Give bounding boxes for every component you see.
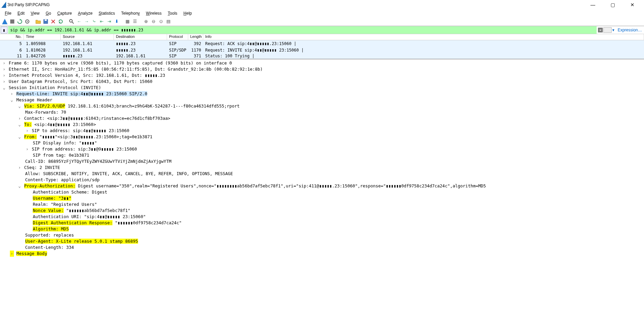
tree-item[interactable]: Content-Length: 334 bbox=[0, 244, 644, 251]
tree-item[interactable]: › SIP to address: sip:4▮▮@▮▮▮▮▮ 23:15060 bbox=[0, 128, 644, 134]
expand-icon[interactable]: › bbox=[25, 128, 29, 134]
tree-item[interactable]: Authentication URI: "sip:4▮▮@▮▮▮▮▮ 23:15… bbox=[0, 214, 644, 220]
tree-item[interactable]: Authentication Scheme: Digest bbox=[0, 189, 644, 195]
tree-item[interactable]: Content-Type: application/sdp bbox=[0, 177, 644, 183]
save-file-icon[interactable] bbox=[42, 18, 49, 25]
col-info[interactable]: Info bbox=[203, 34, 644, 40]
tree-item[interactable]: › Message Body bbox=[0, 251, 644, 257]
packet-row[interactable]: 5 1.805988 192.168.1.61 ▮▮▮▮▮.23 SIP 392… bbox=[0, 40, 644, 47]
colorize-icon[interactable]: ▦ bbox=[124, 18, 131, 25]
packet-row[interactable]: 6 1.810628 192.168.1.61 ▮▮▮▮▮.23 SIP/SDP… bbox=[0, 47, 644, 53]
tree-item[interactable]: Supported: replaces bbox=[0, 232, 644, 238]
filter-clear-icon[interactable]: ✕ bbox=[598, 28, 603, 32]
tree-item[interactable]: Algorithm: MD5 bbox=[0, 226, 644, 232]
tree-item[interactable]: ⌄ Message Header bbox=[0, 97, 644, 103]
go-back-icon[interactable]: ← bbox=[76, 18, 83, 25]
tree-item[interactable]: Username: "3▮▮" bbox=[0, 195, 644, 201]
menu-edit[interactable]: Edit bbox=[15, 10, 27, 16]
tree-item[interactable]: › User Datagram Protocol, Src Port: 6104… bbox=[0, 79, 644, 85]
collapse-icon[interactable]: ⌄ bbox=[17, 103, 21, 109]
tree-item[interactable]: › CSeq: 2 INVITE bbox=[0, 165, 644, 171]
tree-item[interactable]: ⌄ Via: SIP/2.0/UDP 192.168.1.61:61043;br… bbox=[0, 103, 644, 109]
tree-item[interactable]: Allow: SUBSCRIBE, NOTIFY, INVITE, ACK, C… bbox=[0, 171, 644, 177]
col-destination[interactable]: Destination bbox=[114, 34, 167, 40]
col-protocol[interactable]: Protocol bbox=[167, 34, 188, 40]
col-time[interactable]: Time bbox=[24, 34, 61, 40]
menu-help[interactable]: Help bbox=[181, 10, 195, 16]
collapse-icon[interactable]: ⌄ bbox=[2, 85, 6, 91]
expression-button[interactable]: Expression… bbox=[616, 28, 644, 32]
filter-dropdown-icon[interactable] bbox=[603, 27, 612, 33]
tree-item[interactable]: Digest Authentication Response: "▮▮▮▮▮▮0… bbox=[0, 220, 644, 226]
capture-options-icon[interactable] bbox=[24, 18, 31, 25]
resize-columns-icon[interactable]: ▤ bbox=[165, 18, 172, 25]
start-capture-icon[interactable] bbox=[1, 18, 8, 25]
auto-scroll-icon[interactable]: ⬇ bbox=[113, 18, 120, 25]
menu-wireless[interactable]: Wireless bbox=[143, 10, 164, 16]
tree-item[interactable]: › Ethernet II, Src: HonHaiPr_11:f5:85 (8… bbox=[0, 66, 644, 72]
restart-capture-icon[interactable] bbox=[16, 18, 23, 25]
auto-scroll-live-icon[interactable]: ☰ bbox=[132, 18, 138, 25]
open-file-icon[interactable] bbox=[35, 18, 42, 25]
col-no[interactable]: No. bbox=[0, 34, 24, 40]
expand-icon[interactable]: › bbox=[2, 72, 6, 79]
collapse-icon[interactable]: ⌄ bbox=[17, 122, 21, 128]
tree-item[interactable]: ⌄ To: <sip:4▮▮@▮▮▮▮▮ 23:15060> bbox=[0, 122, 644, 128]
expand-icon[interactable]: › bbox=[10, 251, 14, 257]
menu-statistics[interactable]: Statistics bbox=[96, 10, 118, 16]
menu-telephony[interactable]: Telephony bbox=[118, 10, 143, 16]
zoom-reset-icon[interactable]: ⊙ bbox=[158, 18, 164, 25]
tree-item[interactable]: › Internet Protocol Version 4, Src: 192.… bbox=[0, 72, 644, 79]
collapse-icon[interactable]: ⌄ bbox=[17, 134, 21, 140]
expand-icon[interactable]: › bbox=[25, 146, 29, 152]
tree-item[interactable]: Realm: "Registered Users" bbox=[0, 201, 644, 208]
tree-item[interactable]: SIP from tag: 0e1b3871 bbox=[0, 152, 644, 158]
menu-file[interactable]: File bbox=[2, 10, 14, 16]
expand-icon[interactable]: › bbox=[17, 115, 21, 122]
go-forward-icon[interactable]: → bbox=[83, 18, 90, 25]
tree-item[interactable]: › Contact: <sip:3▮▮@▮▮▮▮▮:61043;rinstanc… bbox=[0, 115, 644, 122]
menu-capture[interactable]: Capture bbox=[55, 10, 75, 16]
tree-item[interactable]: User-Agent: X-Lite release 5.0.1 stamp 8… bbox=[0, 238, 644, 244]
close-button[interactable]: ✕ bbox=[626, 2, 639, 8]
display-filter-input[interactable] bbox=[8, 26, 597, 34]
zoom-out-icon[interactable]: ⊖ bbox=[150, 18, 157, 25]
filter-apply-icon[interactable]: ▾ bbox=[612, 28, 614, 32]
menu-go[interactable]: Go bbox=[43, 10, 54, 16]
tree-item[interactable]: › Request-Line: INVITE sip:4▮▮@▮▮▮▮▮ 23:… bbox=[0, 91, 644, 97]
col-source[interactable]: Source bbox=[61, 34, 114, 40]
stop-capture-icon[interactable] bbox=[9, 18, 16, 25]
svg-rect-0 bbox=[10, 19, 14, 24]
minimize-button[interactable]: — bbox=[586, 2, 600, 8]
expand-icon[interactable]: › bbox=[2, 60, 6, 66]
close-file-icon[interactable] bbox=[50, 18, 57, 25]
reload-icon[interactable] bbox=[57, 18, 64, 25]
go-first-icon[interactable]: ⇤ bbox=[98, 18, 105, 25]
menu-analyze[interactable]: Analyze bbox=[75, 10, 95, 16]
tree-item[interactable]: ⌄ From: "▮▮▮▮▮"<sip:3▮▮@▮▮▮▮▮.23:15060>;… bbox=[0, 134, 644, 140]
tree-item[interactable]: ⌄ Session Initiation Protocol (INVITE) bbox=[0, 85, 644, 91]
tree-item[interactable]: Call-ID: 86895YzFjYTQyYTEyZWY4ZGUwYTViYj… bbox=[0, 158, 644, 165]
filter-bookmark-icon[interactable]: ▮ bbox=[1, 27, 8, 33]
tree-item[interactable]: › SIP from address: sip:3▮▮@9▮▮▮▮▮ 23:15… bbox=[0, 146, 644, 152]
zoom-in-icon[interactable]: ⊕ bbox=[143, 18, 149, 25]
expand-icon[interactable]: › bbox=[17, 165, 21, 171]
find-icon[interactable] bbox=[68, 18, 75, 25]
col-length[interactable]: Length bbox=[188, 34, 203, 40]
expand-icon[interactable]: › bbox=[10, 91, 14, 97]
tree-item[interactable]: SIP Display info: "▮▮▮▮▮" bbox=[0, 140, 644, 146]
tree-item[interactable]: Nonce Value: "▮▮▮▮▮▮ab56bd7af5ebc78f1" bbox=[0, 208, 644, 214]
menu-tools[interactable]: Tools bbox=[165, 10, 180, 16]
tree-item[interactable]: Max-Forwards: 70 bbox=[0, 109, 644, 115]
packet-row[interactable]: 11 1.842726 ▮▮▮▮▮.23 192.168.1.61 SIP 37… bbox=[0, 53, 644, 59]
expand-icon[interactable]: › bbox=[2, 79, 6, 85]
collapse-icon[interactable]: ⌄ bbox=[17, 183, 21, 189]
collapse-icon[interactable]: ⌄ bbox=[10, 97, 14, 103]
go-last-icon[interactable]: ⇥ bbox=[106, 18, 113, 25]
tree-item[interactable]: › Frame 6: 1170 bytes on wire (9360 bits… bbox=[0, 60, 644, 66]
menu-view[interactable]: View bbox=[28, 10, 42, 16]
jump-to-icon[interactable]: ⤷ bbox=[91, 18, 98, 25]
tree-item[interactable]: ⌄ Proxy-Authorization: Digest username="… bbox=[0, 183, 644, 189]
expand-icon[interactable]: › bbox=[2, 66, 6, 72]
maximize-button[interactable]: ▢ bbox=[606, 2, 619, 8]
